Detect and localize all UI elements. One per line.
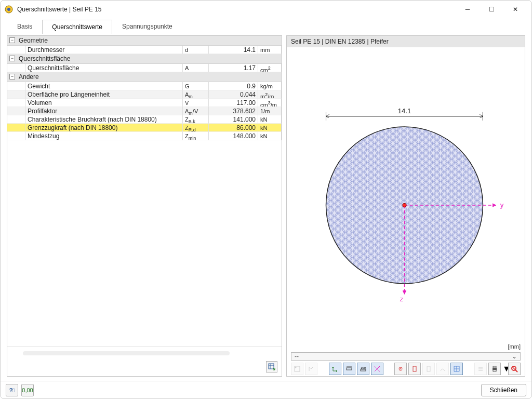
property-symbol: ZR,d	[183, 124, 209, 132]
preview-pane: Seil PE 15 | DIN EN 12385 | Pfeifer	[286, 35, 525, 377]
units-button[interactable]: 0,00	[21, 384, 34, 396]
help-button[interactable]: ?⃝	[6, 384, 18, 396]
chevron-down-icon: ⌄	[512, 353, 517, 360]
property-row[interactable]: VolumenV117.00cm3/m	[7, 99, 282, 107]
properties-grid[interactable]: −GeometrieDurchmesserd14.1mm−Querschnitt…	[7, 36, 282, 347]
print-button[interactable]	[488, 363, 501, 375]
property-unit: 1/m	[258, 107, 282, 115]
property-label: Charakteristische Bruchkraft (nach DIN 1…	[25, 115, 183, 124]
svg-point-1	[7, 8, 10, 11]
titlebar: Querschnittswerte | Seil PE 15 ─ ☐ ✕	[1, 1, 531, 18]
group-title: Geometrie	[19, 37, 48, 44]
show-axes-button[interactable]	[329, 363, 341, 375]
window-title: Querschnittswerte | Seil PE 15	[17, 6, 456, 13]
property-row[interactable]: MindestzugZmin148.000kN	[7, 132, 282, 140]
window-controls: ─ ☐ ✕	[456, 1, 527, 18]
property-row[interactable]: ProfilfaktorAm/V378.6021/m	[7, 107, 282, 115]
tab-basis[interactable]: Basis	[7, 19, 42, 33]
preview-toolbar: 100 ▼	[287, 362, 525, 376]
property-row[interactable]: Grenzzugkraft (nach DIN 18800)ZR,d86.000…	[7, 124, 282, 132]
preview-unit-label: [mm]	[287, 342, 525, 351]
svg-rect-23	[347, 368, 352, 370]
app-icon	[5, 5, 13, 14]
statusbar: ?⃝ 0,00 Schließen	[1, 381, 531, 398]
property-value: 0.9	[209, 82, 258, 90]
show-shear-center-button[interactable]	[394, 363, 407, 375]
preview-title: Seil PE 15 | DIN EN 12385 | Pfeifer	[287, 36, 525, 47]
svg-rect-32	[427, 366, 430, 371]
list-stress-button[interactable]	[474, 363, 487, 375]
collapse-icon[interactable]: −	[9, 37, 15, 43]
property-label: Gewicht	[25, 82, 183, 90]
property-symbol: d	[183, 46, 209, 54]
grid-scroll	[7, 347, 282, 357]
preview-combo[interactable]: -- ⌄	[291, 352, 521, 361]
show-principal-axes-button[interactable]	[371, 363, 383, 375]
show-welds-button[interactable]	[436, 363, 449, 375]
svg-rect-26	[361, 369, 366, 371]
svg-text:14.1: 14.1	[398, 107, 411, 115]
property-value: 1.17	[209, 64, 258, 72]
property-row[interactable]: Durchmesserd14.1mm	[7, 46, 282, 54]
group-header[interactable]: −Geometrie	[7, 36, 282, 46]
property-symbol: Am/V	[183, 107, 209, 115]
minimize-button[interactable]: ─	[456, 1, 480, 18]
property-value: 117.00	[209, 99, 258, 107]
show-sections-button[interactable]	[408, 363, 421, 375]
property-symbol: Zmin	[183, 132, 209, 140]
app-window: Querschnittswerte | Seil PE 15 ─ ☐ ✕ Bas…	[0, 0, 532, 399]
main-body: −GeometrieDurchmesserd14.1mm−Querschnitt…	[1, 33, 531, 381]
properties-pane: −GeometrieDurchmesserd14.1mm−Querschnitt…	[7, 35, 282, 377]
property-label: Durchmesser	[25, 46, 183, 54]
property-value: 86.000	[209, 124, 258, 132]
group-header[interactable]: −Andere	[7, 72, 282, 82]
property-value: 148.000	[209, 132, 258, 140]
svg-rect-37	[493, 366, 496, 368]
svg-line-41	[512, 367, 517, 372]
group-title: Querschnittsfläche	[19, 55, 70, 62]
svg-text:y: y	[500, 201, 504, 209]
stress-points-button[interactable]	[291, 363, 303, 375]
table-export-icon	[268, 363, 275, 370]
section-drawing: 14.1 y z	[287, 47, 525, 342]
left-footer	[7, 357, 282, 376]
svg-point-22	[295, 367, 297, 368]
show-grid-button[interactable]	[450, 363, 463, 375]
tab-spannungspunkte[interactable]: Spannungspunkte	[112, 19, 182, 33]
show-dimensions-button[interactable]	[343, 363, 355, 375]
close-button[interactable]: Schließen	[481, 384, 526, 396]
export-grid-button[interactable]	[266, 361, 277, 373]
property-symbol: V	[183, 99, 209, 107]
property-value: 378.602	[209, 107, 258, 115]
property-value: 141.000	[209, 115, 258, 124]
property-symbol: Am	[183, 90, 209, 99]
property-label: Mindestzug	[25, 132, 183, 140]
property-unit: mm	[258, 46, 282, 54]
close-window-button[interactable]: ✕	[503, 1, 527, 18]
svg-point-30	[400, 368, 401, 369]
property-row[interactable]: Oberfläche pro LängeneinheitAm0.044m2/m	[7, 90, 282, 99]
tab-querschnittswerte[interactable]: Querschnittswerte	[42, 20, 112, 34]
collapse-icon[interactable]: −	[9, 56, 15, 61]
svg-point-20	[403, 203, 406, 207]
collapse-icon[interactable]: −	[9, 74, 15, 79]
property-unit: kN	[258, 132, 282, 140]
svg-text:100: 100	[361, 366, 366, 369]
property-label: Grenzzugkraft (nach DIN 18800)	[25, 124, 183, 132]
group-title: Andere	[19, 73, 39, 81]
property-row[interactable]: QuerschnittsflächeA1.17cm2	[7, 64, 282, 72]
property-unit: m2/m	[258, 90, 282, 99]
group-header[interactable]: −Querschnittsfläche	[7, 54, 282, 64]
property-value: 0.044	[209, 90, 258, 99]
property-row[interactable]: Charakteristische Bruchkraft (nach DIN 1…	[7, 115, 282, 124]
property-row[interactable]: GewichtG0.9kg/m	[7, 82, 282, 90]
show-dimension-values-button[interactable]: 100	[357, 363, 369, 375]
show-parts-button[interactable]	[422, 363, 435, 375]
reset-view-button[interactable]	[508, 363, 521, 375]
preview-canvas[interactable]: 14.1 y z	[287, 47, 525, 342]
property-unit: kN	[258, 124, 282, 132]
print-dropdown-icon[interactable]: ▼	[502, 363, 507, 375]
values-button[interactable]	[305, 363, 317, 375]
property-label: Querschnittsfläche	[25, 64, 183, 72]
maximize-button[interactable]: ☐	[480, 1, 503, 18]
